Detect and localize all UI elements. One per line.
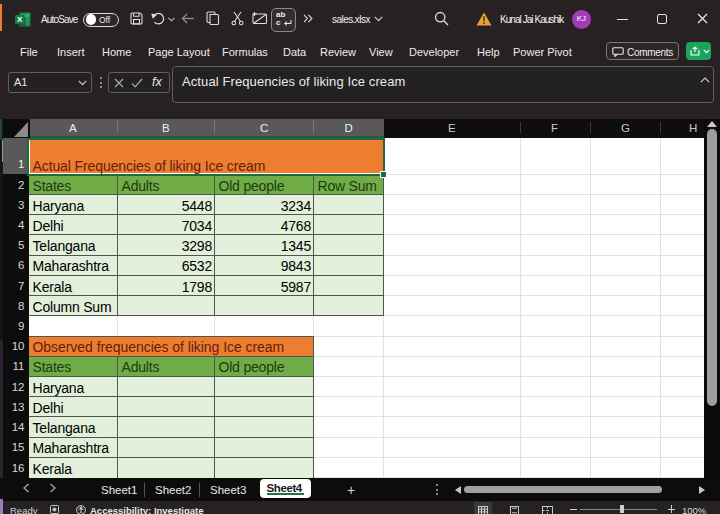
svg-text:X: X (17, 15, 23, 24)
